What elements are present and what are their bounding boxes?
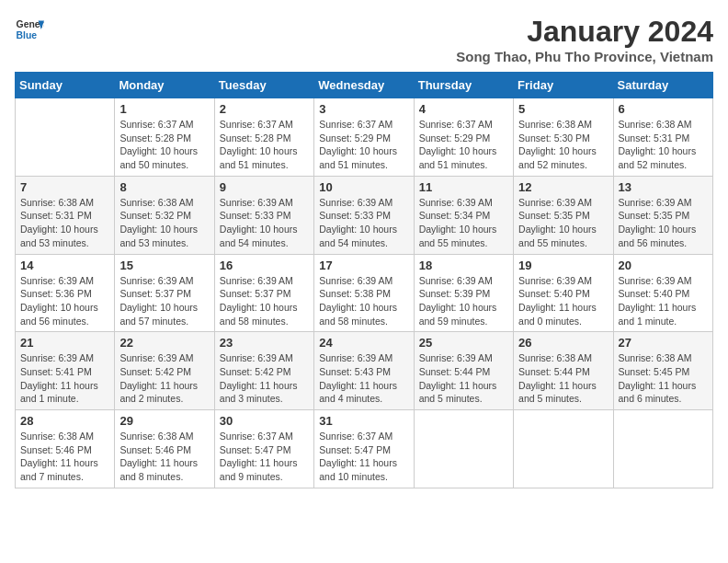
calendar-cell: 15Sunrise: 6:39 AM Sunset: 5:37 PM Dayli… <box>115 254 214 332</box>
day-number: 28 <box>20 414 109 428</box>
day-info: Sunrise: 6:39 AM Sunset: 5:34 PM Dayligh… <box>419 196 508 250</box>
day-number: 17 <box>319 259 408 272</box>
calendar-body: 1Sunrise: 6:37 AM Sunset: 5:28 PM Daylig… <box>16 98 713 488</box>
header-cell-sunday: Sunday <box>16 73 115 98</box>
svg-text:Blue: Blue <box>17 30 38 40</box>
day-number: 13 <box>619 180 708 194</box>
day-number: 1 <box>119 102 209 116</box>
day-number: 20 <box>619 259 708 272</box>
day-info: Sunrise: 6:39 AM Sunset: 5:40 PM Dayligh… <box>518 274 608 328</box>
day-number: 3 <box>319 102 408 116</box>
calendar-cell <box>514 410 613 488</box>
day-number: 4 <box>419 102 508 116</box>
calendar-header-row: SundayMondayTuesdayWednesdayThursdayFrid… <box>16 73 713 98</box>
day-number: 29 <box>119 414 209 428</box>
header-cell-saturday: Saturday <box>613 73 712 98</box>
calendar-cell: 6Sunrise: 6:38 AM Sunset: 5:31 PM Daylig… <box>613 98 712 177</box>
logo-icon: General Blue <box>15 15 44 44</box>
day-number: 31 <box>319 414 408 428</box>
calendar-cell: 29Sunrise: 6:38 AM Sunset: 5:46 PM Dayli… <box>115 410 214 488</box>
calendar-cell: 28Sunrise: 6:38 AM Sunset: 5:46 PM Dayli… <box>16 410 115 488</box>
day-number: 9 <box>220 180 309 194</box>
day-info: Sunrise: 6:39 AM Sunset: 5:35 PM Dayligh… <box>619 196 708 250</box>
day-number: 18 <box>419 259 508 272</box>
calendar-cell: 17Sunrise: 6:39 AM Sunset: 5:38 PM Dayli… <box>314 254 414 332</box>
day-number: 11 <box>419 180 508 194</box>
day-number: 12 <box>518 180 608 194</box>
calendar-cell: 5Sunrise: 6:38 AM Sunset: 5:30 PM Daylig… <box>514 98 613 177</box>
day-number: 19 <box>518 259 608 272</box>
calendar-cell: 9Sunrise: 6:39 AM Sunset: 5:33 PM Daylig… <box>214 176 313 254</box>
day-number: 23 <box>220 336 309 350</box>
day-number: 16 <box>220 259 309 272</box>
day-info: Sunrise: 6:39 AM Sunset: 5:35 PM Dayligh… <box>518 196 608 250</box>
day-info: Sunrise: 6:38 AM Sunset: 5:31 PM Dayligh… <box>20 196 109 250</box>
day-info: Sunrise: 6:38 AM Sunset: 5:30 PM Dayligh… <box>518 118 608 172</box>
calendar-cell: 12Sunrise: 6:39 AM Sunset: 5:35 PM Dayli… <box>514 176 613 254</box>
day-number: 26 <box>518 336 608 350</box>
header-cell-monday: Monday <box>115 73 214 98</box>
day-info: Sunrise: 6:39 AM Sunset: 5:43 PM Dayligh… <box>319 351 408 406</box>
calendar-cell: 2Sunrise: 6:37 AM Sunset: 5:28 PM Daylig… <box>214 98 313 177</box>
day-info: Sunrise: 6:38 AM Sunset: 5:44 PM Dayligh… <box>518 351 608 406</box>
day-info: Sunrise: 6:37 AM Sunset: 5:28 PM Dayligh… <box>119 118 209 172</box>
day-info: Sunrise: 6:38 AM Sunset: 5:45 PM Dayligh… <box>619 351 708 406</box>
day-info: Sunrise: 6:39 AM Sunset: 5:40 PM Dayligh… <box>619 274 708 328</box>
day-info: Sunrise: 6:39 AM Sunset: 5:39 PM Dayligh… <box>419 274 508 328</box>
day-number: 24 <box>319 336 408 350</box>
day-info: Sunrise: 6:38 AM Sunset: 5:46 PM Dayligh… <box>119 430 209 484</box>
day-info: Sunrise: 6:39 AM Sunset: 5:42 PM Dayligh… <box>119 351 209 406</box>
calendar-week-row: 7Sunrise: 6:38 AM Sunset: 5:31 PM Daylig… <box>16 176 713 254</box>
day-number: 25 <box>419 336 508 350</box>
calendar-cell: 21Sunrise: 6:39 AM Sunset: 5:41 PM Dayli… <box>16 332 115 410</box>
day-info: Sunrise: 6:37 AM Sunset: 5:47 PM Dayligh… <box>220 430 309 484</box>
day-info: Sunrise: 6:38 AM Sunset: 5:31 PM Dayligh… <box>619 118 708 172</box>
calendar-cell: 11Sunrise: 6:39 AM Sunset: 5:34 PM Dayli… <box>414 176 513 254</box>
calendar-cell <box>613 410 712 488</box>
day-info: Sunrise: 6:39 AM Sunset: 5:38 PM Dayligh… <box>319 274 408 328</box>
calendar-cell: 24Sunrise: 6:39 AM Sunset: 5:43 PM Dayli… <box>314 332 414 410</box>
day-info: Sunrise: 6:37 AM Sunset: 5:47 PM Dayligh… <box>319 430 408 484</box>
day-info: Sunrise: 6:39 AM Sunset: 5:37 PM Dayligh… <box>220 274 309 328</box>
calendar-cell: 16Sunrise: 6:39 AM Sunset: 5:37 PM Dayli… <box>214 254 313 332</box>
day-info: Sunrise: 6:39 AM Sunset: 5:33 PM Dayligh… <box>319 196 408 250</box>
day-number: 30 <box>220 414 309 428</box>
day-number: 10 <box>319 180 408 194</box>
day-info: Sunrise: 6:39 AM Sunset: 5:41 PM Dayligh… <box>20 351 109 406</box>
calendar-cell: 23Sunrise: 6:39 AM Sunset: 5:42 PM Dayli… <box>214 332 313 410</box>
calendar-cell: 13Sunrise: 6:39 AM Sunset: 5:35 PM Dayli… <box>613 176 712 254</box>
day-info: Sunrise: 6:37 AM Sunset: 5:29 PM Dayligh… <box>419 118 508 172</box>
calendar-cell: 22Sunrise: 6:39 AM Sunset: 5:42 PM Dayli… <box>115 332 214 410</box>
calendar-week-row: 14Sunrise: 6:39 AM Sunset: 5:36 PM Dayli… <box>16 254 713 332</box>
header-cell-wednesday: Wednesday <box>314 73 414 98</box>
calendar-cell: 14Sunrise: 6:39 AM Sunset: 5:36 PM Dayli… <box>16 254 115 332</box>
calendar-week-row: 1Sunrise: 6:37 AM Sunset: 5:28 PM Daylig… <box>16 98 713 177</box>
day-info: Sunrise: 6:37 AM Sunset: 5:28 PM Dayligh… <box>220 118 309 172</box>
calendar-cell: 30Sunrise: 6:37 AM Sunset: 5:47 PM Dayli… <box>214 410 313 488</box>
day-number: 5 <box>518 102 608 116</box>
calendar-week-row: 28Sunrise: 6:38 AM Sunset: 5:46 PM Dayli… <box>16 410 713 488</box>
day-number: 8 <box>119 180 209 194</box>
calendar-cell: 10Sunrise: 6:39 AM Sunset: 5:33 PM Dayli… <box>314 176 414 254</box>
day-info: Sunrise: 6:38 AM Sunset: 5:46 PM Dayligh… <box>20 430 109 484</box>
day-info: Sunrise: 6:39 AM Sunset: 5:36 PM Dayligh… <box>20 274 109 328</box>
calendar-cell: 31Sunrise: 6:37 AM Sunset: 5:47 PM Dayli… <box>314 410 414 488</box>
calendar-cell: 20Sunrise: 6:39 AM Sunset: 5:40 PM Dayli… <box>613 254 712 332</box>
header-cell-thursday: Thursday <box>414 73 513 98</box>
calendar-cell: 3Sunrise: 6:37 AM Sunset: 5:29 PM Daylig… <box>314 98 414 177</box>
calendar-cell: 4Sunrise: 6:37 AM Sunset: 5:29 PM Daylig… <box>414 98 513 177</box>
header-cell-tuesday: Tuesday <box>214 73 313 98</box>
logo: General Blue <box>15 15 44 44</box>
calendar-title: January 2024 <box>456 15 713 49</box>
calendar-cell: 18Sunrise: 6:39 AM Sunset: 5:39 PM Dayli… <box>414 254 513 332</box>
day-number: 2 <box>220 102 309 116</box>
day-number: 14 <box>20 259 109 272</box>
day-info: Sunrise: 6:39 AM Sunset: 5:33 PM Dayligh… <box>220 196 309 250</box>
day-number: 22 <box>119 336 209 350</box>
day-number: 6 <box>619 102 708 116</box>
calendar-cell <box>16 98 115 177</box>
calendar-cell <box>414 410 513 488</box>
day-number: 7 <box>20 180 109 194</box>
day-number: 27 <box>619 336 708 350</box>
header-cell-friday: Friday <box>514 73 613 98</box>
